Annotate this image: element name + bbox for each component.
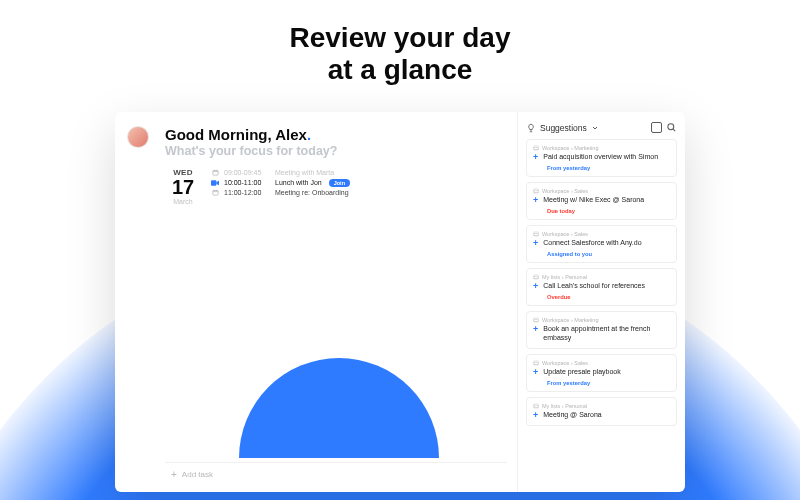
- folder-icon: [533, 231, 539, 237]
- agenda-title: Meeting re: Onboarding: [275, 189, 349, 196]
- svg-point-3: [668, 124, 674, 130]
- avatar[interactable]: [127, 126, 149, 148]
- svg-rect-1: [211, 180, 216, 185]
- suggestions-header[interactable]: Suggestions: [526, 122, 677, 133]
- card-title: Paid acquisition overview with Simon: [543, 153, 658, 162]
- focus-prompt: What's your focus for today?: [165, 144, 507, 158]
- card-breadcrumb: Workspace › Marketing: [533, 145, 670, 151]
- add-icon[interactable]: +: [533, 282, 538, 291]
- card-breadcrumb: Workspace › Marketing: [533, 317, 670, 323]
- suggestion-cards: Workspace › Marketing+Paid acquisition o…: [526, 139, 677, 492]
- agenda-item[interactable]: 09:00-09:45 Meeting with Marta: [211, 168, 507, 177]
- folder-icon: [533, 360, 539, 366]
- suggestion-card[interactable]: Workspace › Marketing+Paid acquisition o…: [526, 139, 677, 177]
- join-button[interactable]: Join: [329, 179, 350, 187]
- card-title: Call Leah's school for references: [543, 282, 645, 291]
- agenda-title: Lunch with Jon: [275, 179, 322, 186]
- app-window: Good Morning, Alex. What's your focus fo…: [115, 112, 685, 492]
- folder-icon: [533, 403, 539, 409]
- card-meta: Overdue: [547, 294, 670, 300]
- card-title: Meeting w/ Nike Exec @ Sarona: [543, 196, 644, 205]
- greeting-text: Good Morning, Alex: [165, 126, 307, 143]
- add-icon[interactable]: +: [533, 196, 538, 205]
- date-day: 17: [165, 177, 201, 197]
- card-meta: Assigned to you: [547, 251, 670, 257]
- suggestions-panel: Suggestions Workspace › Marketing+Paid a…: [517, 112, 685, 492]
- svg-rect-2: [212, 190, 217, 195]
- add-task-input[interactable]: + Add task: [165, 462, 507, 486]
- suggestion-card[interactable]: My lists › Personal+Call Leah's school f…: [526, 268, 677, 306]
- add-icon[interactable]: +: [533, 239, 538, 248]
- calendar-icon: [211, 189, 219, 196]
- marketing-line-2: at a glance: [0, 54, 800, 86]
- card-meta: From yesterday: [547, 380, 670, 386]
- card-title: Meeting @ Sarona: [543, 411, 601, 420]
- greeting: Good Morning, Alex.: [165, 126, 507, 143]
- date-month: March: [165, 198, 201, 205]
- left-rail: [115, 112, 161, 492]
- card-meta: Due today: [547, 208, 670, 214]
- chevron-down-icon: [591, 124, 599, 132]
- agenda: 09:00-09:45 Meeting with Marta 10:00-11:…: [211, 168, 507, 205]
- layout-icon[interactable]: [651, 122, 662, 133]
- agenda-title: Meeting with Marta: [275, 169, 334, 176]
- card-title: Connect Salesforce with Any.do: [543, 239, 641, 248]
- folder-icon: [533, 188, 539, 194]
- add-icon[interactable]: +: [533, 411, 538, 420]
- greeting-dot: .: [307, 126, 311, 143]
- card-breadcrumb: Workspace › Sales: [533, 188, 670, 194]
- card-title: Book an appointment at the french embass…: [543, 325, 670, 343]
- card-breadcrumb: My lists › Personal: [533, 403, 670, 409]
- suggestion-card[interactable]: Workspace › Marketing+Book an appointmen…: [526, 311, 677, 349]
- svg-rect-0: [212, 171, 217, 176]
- card-breadcrumb: Workspace › Sales: [533, 360, 670, 366]
- add-task-placeholder: Add task: [182, 470, 213, 479]
- agenda-item[interactable]: 11:00-12:00 Meeting re: Onboarding: [211, 188, 507, 197]
- plus-icon: +: [171, 469, 177, 480]
- add-icon[interactable]: +: [533, 325, 538, 343]
- main-panel: Good Morning, Alex. What's your focus fo…: [161, 112, 517, 492]
- card-breadcrumb: Workspace › Sales: [533, 231, 670, 237]
- add-icon[interactable]: +: [533, 368, 538, 377]
- suggestions-label: Suggestions: [540, 123, 587, 133]
- suggestion-card[interactable]: My lists › Personal+Meeting @ Sarona: [526, 397, 677, 426]
- marketing-heading: Review your day at a glance: [0, 0, 800, 86]
- agenda-time: 11:00-12:00: [224, 189, 270, 196]
- card-meta: From yesterday: [547, 165, 670, 171]
- sun-illustration: [239, 358, 439, 458]
- agenda-time: 09:00-09:45: [224, 169, 270, 176]
- date-block: WED 17 March: [165, 168, 201, 205]
- agenda-item[interactable]: 10:00-11:00 Lunch with Jon Join: [211, 177, 507, 187]
- suggestion-card[interactable]: Workspace › Sales+Connect Salesforce wit…: [526, 225, 677, 263]
- lightbulb-icon: [526, 123, 536, 133]
- folder-icon: [533, 274, 539, 280]
- agenda-time: 10:00-11:00: [224, 179, 270, 186]
- folder-icon: [533, 145, 539, 151]
- day-row: WED 17 March 09:00-09:45 Meeting with Ma…: [165, 168, 507, 205]
- calendar-icon: [211, 169, 219, 176]
- marketing-line-1: Review your day: [0, 22, 800, 54]
- search-icon[interactable]: [666, 122, 677, 133]
- folder-icon: [533, 317, 539, 323]
- card-breadcrumb: My lists › Personal: [533, 274, 670, 280]
- add-icon[interactable]: +: [533, 153, 538, 162]
- video-icon: [211, 180, 219, 186]
- suggestion-card[interactable]: Workspace › Sales+Update presale playboo…: [526, 354, 677, 392]
- suggestion-card[interactable]: Workspace › Sales+Meeting w/ Nike Exec @…: [526, 182, 677, 220]
- card-title: Update presale playbook: [543, 368, 620, 377]
